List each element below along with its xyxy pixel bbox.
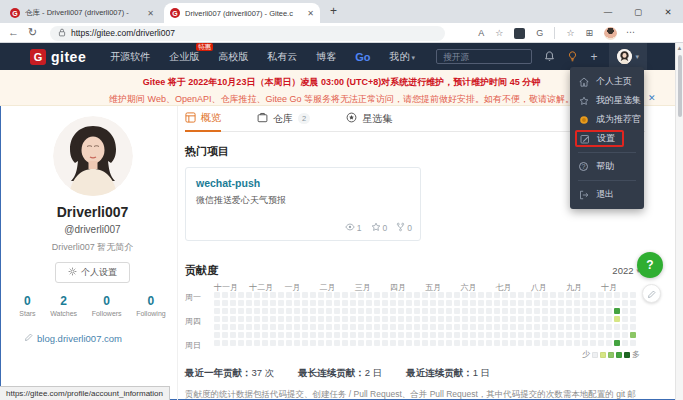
contrib-cell[interactable] xyxy=(606,340,612,346)
contrib-cell[interactable] xyxy=(454,292,460,298)
contrib-cell[interactable] xyxy=(254,300,260,306)
contrib-cell[interactable] xyxy=(366,316,372,322)
contrib-cell[interactable] xyxy=(278,332,284,338)
contrib-cell[interactable] xyxy=(350,340,356,346)
contrib-cell[interactable] xyxy=(374,292,380,298)
contrib-cell[interactable] xyxy=(614,332,620,338)
contrib-cell[interactable] xyxy=(622,308,628,314)
menu-item-ambassador[interactable]: 成为推荐官 xyxy=(570,110,644,129)
contrib-cell[interactable] xyxy=(358,340,364,346)
contrib-cell[interactable] xyxy=(518,324,524,330)
contrib-cell[interactable] xyxy=(454,308,460,314)
contrib-cell[interactable] xyxy=(366,340,372,346)
contrib-cell[interactable] xyxy=(358,308,364,314)
contrib-cell[interactable] xyxy=(358,316,364,322)
contrib-cell[interactable] xyxy=(574,292,580,298)
contrib-cell[interactable] xyxy=(446,340,452,346)
contrib-cell[interactable] xyxy=(334,332,340,338)
tab-starred[interactable]: 星选集 xyxy=(346,113,392,131)
contrib-cell[interactable] xyxy=(374,340,380,346)
contrib-cell[interactable] xyxy=(550,340,556,346)
contrib-cell[interactable] xyxy=(502,316,508,322)
page-scrollbar[interactable]: ▲ xyxy=(675,43,683,400)
contrib-cell[interactable] xyxy=(270,340,276,346)
contrib-cell[interactable] xyxy=(342,292,348,298)
contrib-cell[interactable] xyxy=(526,316,532,322)
contrib-cell[interactable] xyxy=(614,316,620,322)
contrib-cell[interactable] xyxy=(622,332,628,338)
contrib-cell[interactable] xyxy=(470,308,476,314)
contrib-cell[interactable] xyxy=(326,324,332,330)
contrib-cell[interactable] xyxy=(470,316,476,322)
contrib-cell[interactable] xyxy=(358,324,364,330)
contrib-cell[interactable] xyxy=(486,292,492,298)
contrib-cell[interactable] xyxy=(454,300,460,306)
contrib-cell[interactable] xyxy=(494,300,500,306)
contrib-cell[interactable] xyxy=(430,300,436,306)
contrib-cell[interactable] xyxy=(310,292,316,298)
contrib-cell[interactable] xyxy=(438,324,444,330)
contrib-cell[interactable] xyxy=(270,292,276,298)
contrib-cell[interactable] xyxy=(390,308,396,314)
contrib-cell[interactable] xyxy=(454,340,460,346)
contrib-cell[interactable] xyxy=(318,316,324,322)
menu-item-starred[interactable]: 我的星选集 xyxy=(570,91,644,110)
contrib-cell[interactable] xyxy=(606,300,612,306)
contrib-cell[interactable] xyxy=(630,292,636,298)
contrib-cell[interactable] xyxy=(566,292,572,298)
contrib-cell[interactable] xyxy=(566,300,572,306)
year-selector[interactable]: 2022 ▾ xyxy=(612,265,640,276)
contrib-cell[interactable] xyxy=(558,332,564,338)
contrib-cell[interactable] xyxy=(574,332,580,338)
contrib-cell[interactable] xyxy=(542,332,548,338)
contrib-cell[interactable] xyxy=(254,308,260,314)
nav-item-私有云[interactable]: 私有云 xyxy=(267,50,297,64)
contrib-cell[interactable] xyxy=(566,324,572,330)
contrib-cell[interactable] xyxy=(286,340,292,346)
contrib-cell[interactable] xyxy=(414,308,420,314)
contrib-cell[interactable] xyxy=(334,340,340,346)
stat-watches[interactable]: 2Watches xyxy=(50,294,77,317)
contrib-cell[interactable] xyxy=(350,316,356,322)
contrib-cell[interactable] xyxy=(582,300,588,306)
contrib-cell[interactable] xyxy=(574,300,580,306)
contrib-cell[interactable] xyxy=(590,324,596,330)
stat-following[interactable]: 0Following xyxy=(136,294,166,317)
contrib-cell[interactable] xyxy=(470,324,476,330)
profile-avatar[interactable] xyxy=(53,116,133,196)
read-aloud-icon[interactable]: A xyxy=(478,28,484,38)
contrib-cell[interactable] xyxy=(422,332,428,338)
contrib-cell[interactable] xyxy=(238,332,244,338)
contrib-cell[interactable] xyxy=(398,316,404,322)
contrib-cell[interactable] xyxy=(294,324,300,330)
contrib-cell[interactable] xyxy=(374,300,380,306)
contrib-cell[interactable] xyxy=(238,300,244,306)
back-button[interactable]: ← xyxy=(8,26,19,38)
contrib-cell[interactable] xyxy=(534,332,540,338)
contrib-cell[interactable] xyxy=(462,324,468,330)
contrib-cell[interactable] xyxy=(614,340,620,346)
contrib-cell[interactable] xyxy=(606,332,612,338)
contrib-cell[interactable] xyxy=(486,340,492,346)
contrib-cell[interactable] xyxy=(318,340,324,346)
contrib-cell[interactable] xyxy=(214,340,220,346)
contrib-cell[interactable] xyxy=(302,308,308,314)
contrib-cell[interactable] xyxy=(534,308,540,314)
contrib-cell[interactable] xyxy=(246,308,252,314)
contrib-cell[interactable] xyxy=(286,324,292,330)
contrib-cell[interactable] xyxy=(350,300,356,306)
contrib-cell[interactable] xyxy=(622,300,628,306)
contrib-cell[interactable] xyxy=(310,308,316,314)
contrib-cell[interactable] xyxy=(414,292,420,298)
contrib-cell[interactable] xyxy=(462,292,468,298)
menu-item-logout[interactable]: 退出 xyxy=(570,185,644,204)
contrib-cell[interactable] xyxy=(238,308,244,314)
contrib-cell[interactable] xyxy=(574,316,580,322)
contrib-cell[interactable] xyxy=(350,332,356,338)
contrib-cell[interactable] xyxy=(230,308,236,314)
contrib-cell[interactable] xyxy=(414,324,420,330)
contrib-cell[interactable] xyxy=(238,292,244,298)
contrib-cell[interactable] xyxy=(294,308,300,314)
contrib-cell[interactable] xyxy=(598,324,604,330)
contrib-cell[interactable] xyxy=(366,324,372,330)
